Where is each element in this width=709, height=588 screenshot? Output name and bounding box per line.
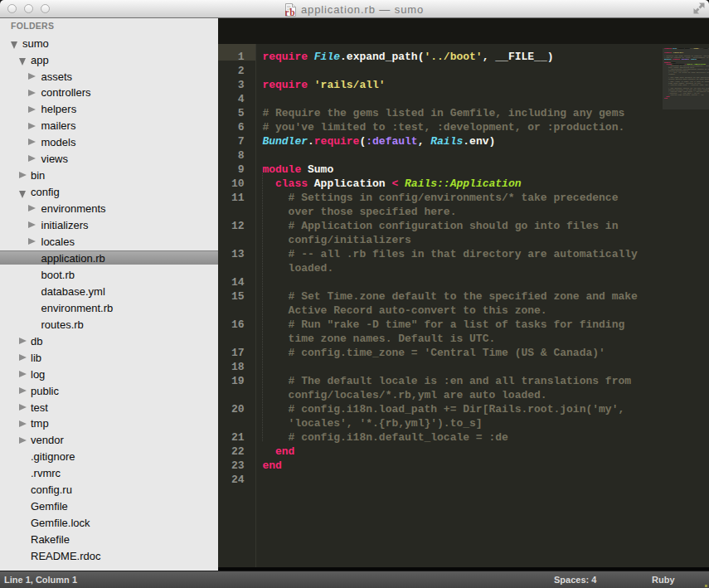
svg-text:rb: rb [285,7,296,17]
